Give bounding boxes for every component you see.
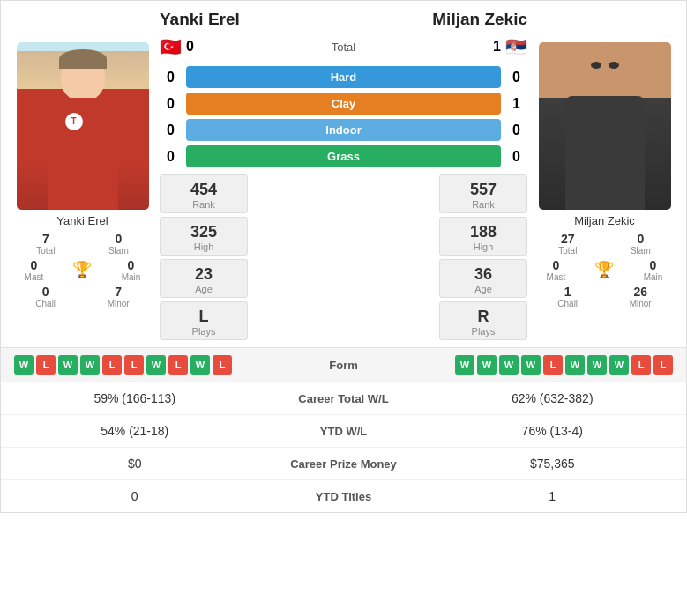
career-wl-label: Career Total W/L [256, 392, 432, 405]
hard-badge: Hard [186, 66, 501, 88]
right-ytd-wl: 76% (13-4) [432, 424, 674, 438]
right-clay-score: 1 [505, 96, 527, 112]
left-flag: 🇹🇷 [160, 36, 182, 57]
ytd-wl-label: YTD W/L [256, 425, 432, 438]
right-indoor-score: 0 [505, 122, 527, 138]
right-form: WWWWLWWWLL [379, 355, 674, 375]
left-player-name: Yanki Erel [56, 214, 108, 227]
left-form: WLWWLLWLWL [14, 355, 309, 375]
right-mast-lbl: Mast [547, 272, 566, 282]
form-section: WLWWLLWLWL Form WWWWLWWWLL [1, 347, 686, 382]
surface-scores: 0 Hard 0 0 Clay 1 0 Indoor 0 0 Grass [160, 66, 527, 167]
form-label: Form [309, 359, 379, 372]
titles-row: 0 YTD Titles 1 [1, 480, 686, 512]
left-high-lbl: High [165, 241, 243, 252]
right-main-val: 0 [644, 258, 663, 272]
left-grass-score: 0 [160, 149, 182, 165]
form-badge: W [565, 355, 585, 375]
left-player-photo: T [17, 42, 149, 210]
right-age-lbl: Age [444, 284, 522, 294]
form-badge: L [124, 355, 144, 375]
form-badge: W [58, 355, 78, 375]
right-stats-area: 27 Total 0 Slam 0 Mast 🏆 [532, 232, 677, 308]
right-player-section: Miljan Zekic 27 Total 0 Slam 0 [532, 42, 677, 308]
right-age-block: 36 Age [439, 259, 527, 298]
right-rank-block: 557 Rank [439, 174, 527, 213]
left-total-lbl: Total [36, 246, 55, 256]
left-chall-val: 0 [35, 285, 56, 299]
prize-label: Career Prize Money [256, 457, 432, 471]
clay-row: 0 Clay 1 [160, 93, 527, 115]
right-career-wl: 62% (632-382) [432, 391, 674, 405]
left-trophy-icon: 🏆 [72, 261, 92, 278]
form-badge: W [14, 355, 34, 375]
flags-row: 🇹🇷 0 Total 1 🇷🇸 [160, 36, 527, 57]
clay-badge: Clay [186, 93, 501, 115]
form-badge: L [543, 355, 563, 375]
right-info-blocks: 557 Rank 188 High 36 Age R Plays [439, 174, 527, 340]
left-career-wl: 59% (166-113) [14, 391, 256, 405]
left-plays-block: L Plays [160, 301, 248, 340]
bottom-stats-table: 59% (166-113) Career Total W/L 62% (632-… [1, 382, 686, 512]
indoor-row: 0 Indoor 0 [160, 119, 527, 141]
player-names-row: Yanki Erel Miljan Zekic [160, 10, 527, 29]
form-badge: L [213, 355, 232, 375]
left-indoor-score: 0 [160, 122, 182, 138]
left-minor-lbl: Minor [108, 299, 130, 308]
right-mast-val: 0 [547, 258, 566, 272]
right-trophy-icon: 🏆 [594, 261, 614, 278]
right-player-name-bottom: Miljan Zekic [574, 214, 635, 227]
left-plays-val: L [165, 308, 243, 326]
form-badge: W [609, 355, 629, 375]
right-plays-block: R Plays [439, 301, 527, 340]
right-minor-val: 26 [630, 285, 652, 299]
left-player-name-top: Yanki Erel [160, 10, 240, 29]
right-chall-val: 1 [557, 285, 578, 299]
left-clay-score: 0 [160, 96, 182, 112]
left-player-section: T Yanki Erel 7 Total 0 Slam [10, 42, 155, 308]
form-badge: W [190, 355, 210, 375]
left-plays-lbl: Plays [165, 326, 243, 337]
right-high-lbl: High [444, 241, 522, 252]
right-rank-val: 557 [444, 181, 522, 199]
prize-row: $0 Career Prize Money $75,365 [1, 448, 686, 480]
right-minor-lbl: Minor [630, 299, 652, 308]
left-chall-lbl: Chall [35, 299, 56, 308]
left-mast-lbl: Mast [25, 272, 44, 282]
form-badge: W [477, 355, 497, 375]
grass-badge: Grass [186, 145, 501, 167]
ytd-wl-row: 54% (21-18) YTD W/L 76% (13-4) [1, 415, 686, 448]
total-label: Total [332, 41, 355, 54]
left-titles: 0 [14, 489, 256, 503]
form-badge: W [146, 355, 166, 375]
main-container: T Yanki Erel 7 Total 0 Slam [0, 0, 687, 513]
right-player-photo [539, 42, 671, 210]
right-chall-lbl: Chall [557, 299, 578, 308]
form-badge: L [631, 355, 651, 375]
right-total-val: 27 [558, 232, 577, 246]
indoor-badge: Indoor [186, 119, 501, 141]
left-stats-area: 7 Total 0 Slam 0 Mast 🏆 [10, 232, 155, 308]
left-info-blocks: 454 Rank 325 High 23 Age L Plays [160, 174, 248, 340]
form-badge: L [102, 355, 122, 375]
left-slam-val: 0 [108, 232, 129, 246]
left-main-lbl: Main [122, 272, 141, 282]
form-badge: W [499, 355, 519, 375]
left-high-val: 325 [165, 223, 243, 241]
right-plays-lbl: Plays [444, 326, 522, 337]
left-high-block: 325 High [160, 217, 248, 256]
form-badge: L [36, 355, 56, 375]
left-rank-block: 454 Rank [160, 174, 248, 213]
right-age-val: 36 [444, 265, 522, 284]
left-age-val: 23 [165, 265, 243, 284]
left-total-val: 7 [36, 232, 55, 246]
hard-row: 0 Hard 0 [160, 66, 527, 88]
left-mast-val: 0 [25, 258, 44, 272]
info-blocks-row: 454 Rank 325 High 23 Age L Plays [160, 174, 527, 340]
left-slam-lbl: Slam [108, 246, 129, 256]
header-section: T Yanki Erel 7 Total 0 Slam [1, 1, 686, 340]
left-hard-score: 0 [160, 70, 182, 85]
titles-label: YTD Titles [256, 490, 432, 503]
left-rank-lbl: Rank [165, 199, 243, 210]
right-main-lbl: Main [644, 272, 663, 282]
